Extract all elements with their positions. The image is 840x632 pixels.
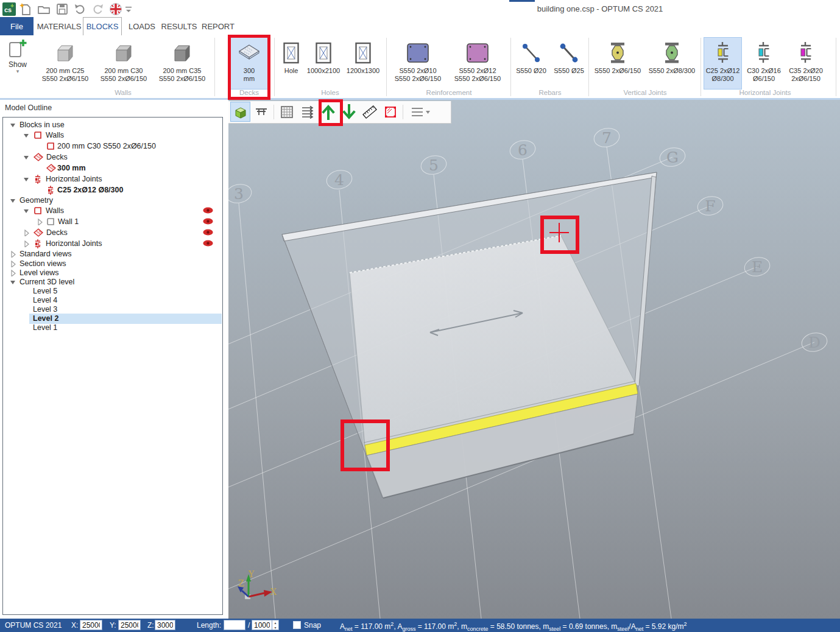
ribbon-button-hole-1200x1300[interactable]: 1200x1300	[344, 38, 382, 89]
undo-button[interactable]	[73, 2, 88, 16]
caret-collapsed-icon[interactable]	[9, 250, 16, 258]
ribbon-divider	[386, 38, 387, 96]
wall-icon	[46, 142, 55, 150]
move-level-down-button[interactable]	[339, 102, 358, 121]
z-coordinate-input[interactable]	[155, 620, 175, 630]
visibility-eye-icon[interactable]	[203, 229, 213, 236]
tab-materials[interactable]: MATERIALS	[37, 17, 82, 35]
caret-collapsed-icon[interactable]	[23, 240, 30, 247]
svg-text:G: G	[666, 149, 679, 166]
new-file-button[interactable]	[18, 2, 33, 16]
tree-item-decks-geometry[interactable]: Decks	[3, 228, 222, 238]
ribbon-button-wall-c30[interactable]: 200 mm C30S550 2xØ6/150	[95, 38, 152, 89]
caret-expanded-icon[interactable]	[23, 175, 30, 183]
tree-item-blocks-in-use[interactable]: Blocks in use	[3, 120, 222, 130]
tree-item-hjoints-geometry[interactable]: Horizontal Joints	[3, 239, 222, 249]
grid-step-input[interactable]	[252, 620, 272, 630]
caret-expanded-icon[interactable]	[23, 207, 30, 214]
caret-expanded-icon[interactable]	[9, 197, 16, 204]
length-input[interactable]	[224, 620, 245, 630]
horizontal-joint-icon	[46, 186, 55, 195]
tab-results[interactable]: RESULTS	[160, 17, 198, 35]
visibility-eye-icon[interactable]	[203, 207, 213, 214]
ribbon-button-wall-c35[interactable]: 200 mm C35S550 2xØ6/150	[154, 38, 211, 89]
ribbon-button-hole-1000x2100[interactable]: 1000x2100	[305, 38, 342, 89]
caret-collapsed-icon[interactable]	[23, 229, 30, 236]
ribbon-button-deck-300mm[interactable]: 300mm	[230, 38, 268, 89]
tree-item-walls-blocks[interactable]: Walls	[3, 130, 222, 141]
ribbon-button-rebar-O20[interactable]: S550 Ø20	[514, 38, 549, 89]
caret-expanded-icon[interactable]	[23, 132, 30, 139]
3d-viewport[interactable]: 3 4 5 6 7 G F E D	[228, 100, 840, 619]
length-label: Length:	[197, 621, 221, 630]
line-pattern-button[interactable]	[298, 102, 317, 121]
caret-expanded-icon[interactable]	[9, 121, 16, 128]
ribbon-button-hjoint-c30[interactable]: C30 2xØ16Ø6/150	[744, 38, 784, 89]
deck-icon	[238, 43, 261, 63]
ribbon-button-vjoint-2xO8-300[interactable]: S550 2xØ8/300	[646, 38, 698, 89]
tree-item-standard-views[interactable]: Standard views	[3, 249, 222, 259]
visibility-eye-icon[interactable]	[203, 218, 213, 225]
svg-text:D: D	[808, 334, 821, 351]
snap-checkbox[interactable]	[293, 621, 301, 629]
ribbon-button-reinf-2xO10[interactable]: S550 2xØ10S550 2xØ6/150	[390, 38, 446, 89]
tree-item-wall-type[interactable]: 200 mm C30 S550 2xØ6/150	[3, 141, 222, 152]
grid-step-spinner[interactable]: ▴▾	[272, 620, 279, 630]
title-bar: cs+ building one.csp - OPTUM CS 2021	[0, 0, 840, 17]
language-flag-icon[interactable]	[108, 2, 123, 16]
tree-item-level-1[interactable]: Level 1	[3, 323, 222, 333]
quick-access-more-icon[interactable]	[124, 2, 133, 16]
ribbon-button-hjoint-c25[interactable]: C25 2xØ12Ø8/300	[704, 38, 741, 89]
tree-item-hjoint-type[interactable]: C25 2xØ12 Ø8/300	[3, 185, 222, 195]
tree-item-horizontal-joints-blocks[interactable]: Horizontal Joints	[3, 174, 222, 184]
ribbon-button-hjoint-c35[interactable]: C35 2xØ202xØ6/150	[786, 38, 826, 89]
cube-3d-icon	[234, 105, 247, 119]
tree-item-wall-1[interactable]: Wall 1	[3, 217, 222, 227]
ribbon-divider	[588, 38, 589, 96]
group-label-rebars: Rebars	[513, 89, 587, 97]
save-button[interactable]	[55, 2, 69, 16]
section-view-button[interactable]	[252, 102, 270, 121]
redo-button[interactable]	[90, 2, 105, 16]
tab-loads[interactable]: LOADS	[124, 17, 160, 35]
tree-item-geometry[interactable]: Geometry	[3, 195, 222, 206]
show-button[interactable]: Show ▾	[2, 37, 33, 93]
ribbon-button-hole[interactable]: Hole	[279, 38, 303, 89]
caret-expanded-icon[interactable]	[23, 153, 30, 161]
vertical-joint-icon	[608, 40, 627, 66]
ribbon-button-vjoint-2xO6-150[interactable]: S550 2xØ6/150	[592, 38, 643, 89]
tree-item-decks-blocks[interactable]: Decks	[3, 152, 222, 163]
ribbon-button-rebar-O25[interactable]: S550 Ø25	[551, 38, 587, 89]
grid-toggle-button[interactable]	[277, 102, 296, 121]
hole-icon	[316, 42, 331, 64]
menu-icon	[411, 106, 431, 118]
display-options-menu-button[interactable]	[406, 102, 436, 121]
caret-collapsed-icon[interactable]	[9, 260, 16, 267]
reinforcement-display-button[interactable]	[381, 102, 400, 121]
y-coordinate-input[interactable]	[118, 620, 141, 630]
tab-blocks[interactable]: BLOCKS	[83, 17, 122, 35]
move-level-up-button[interactable]	[319, 102, 337, 121]
caret-collapsed-icon[interactable]	[9, 269, 16, 276]
caret-collapsed-icon[interactable]	[36, 218, 43, 225]
tree-item-deck-300mm[interactable]: 300 mm	[3, 163, 222, 174]
ribbon-divider	[214, 38, 215, 96]
wall-cube-icon	[55, 43, 76, 63]
caret-expanded-icon[interactable]	[9, 278, 16, 286]
horizontal-joint-icon	[797, 41, 815, 65]
tab-file[interactable]: File	[0, 17, 34, 35]
lines-icon	[301, 105, 314, 119]
open-file-button[interactable]	[37, 2, 51, 16]
view-3d-button[interactable]	[231, 102, 250, 121]
tab-report[interactable]: REPORT	[200, 17, 236, 35]
tree-item-walls-geometry[interactable]: Walls	[3, 206, 222, 216]
x-coordinate-input[interactable]	[80, 620, 102, 630]
show-dropdown-icon[interactable]: ▾	[2, 69, 33, 74]
visibility-eye-icon[interactable]	[203, 240, 213, 247]
ribbon-button-wall-c25[interactable]: 200 mm C25S550 2xØ6/150	[37, 38, 94, 89]
viewport-toolbar	[228, 101, 451, 124]
measure-button[interactable]	[360, 102, 379, 121]
ribbon-button-reinf-2xO12[interactable]: S550 2xØ12S550 2xØ6/150	[450, 38, 506, 89]
group-label-decks: Decks	[229, 89, 269, 97]
model-outline-tree: Blocks in use Walls 200 mm C30 S550 2xØ6…	[2, 117, 223, 615]
